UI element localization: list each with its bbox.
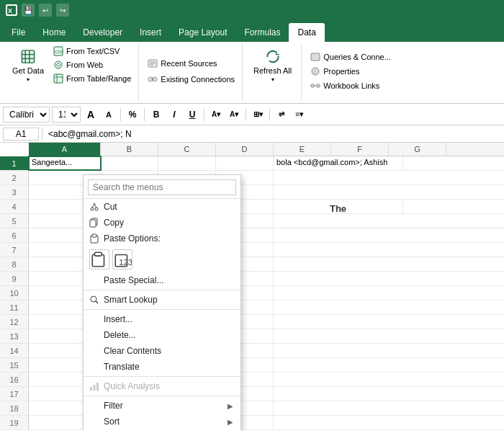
cell-b1[interactable] — [101, 156, 158, 170]
row-num-11: 11 — [0, 300, 29, 314]
redo-btn[interactable]: ↪ — [56, 4, 69, 17]
col-header-d[interactable]: D — [216, 143, 274, 156]
svg-line-39 — [96, 301, 98, 303]
increase-font-btn[interactable]: A — [83, 107, 99, 122]
font-color-btn[interactable]: A▾ — [226, 107, 242, 122]
tab-data[interactable]: Data — [289, 23, 324, 42]
workbook-links-btn[interactable]: Workbook Links — [307, 79, 382, 92]
undo-btn[interactable]: ↩ — [39, 4, 52, 17]
svg-point-38 — [91, 296, 96, 302]
tab-file[interactable]: File — [3, 23, 34, 42]
row-num-3: 3 — [0, 185, 29, 199]
recent-sources-btn[interactable]: Recent Sources — [145, 57, 220, 70]
font-family-select[interactable]: Calibri — [3, 107, 50, 122]
ctx-translate[interactable]: Translate — [84, 359, 240, 375]
get-data-content: Get Data ▾ CSV From Text/CSV From Web Fr… — [7, 45, 134, 97]
bold-btn[interactable]: B — [148, 107, 164, 122]
refresh-arrow: ▾ — [271, 76, 274, 83]
queries-label: Queries & Conne... — [323, 53, 391, 61]
ctx-paste-special[interactable]: Paste Special... — [84, 272, 240, 288]
col-header-f[interactable]: F — [331, 143, 389, 156]
svg-rect-30 — [90, 220, 96, 227]
col-header-a[interactable]: A — [29, 143, 101, 156]
cell-c1[interactable] — [158, 156, 216, 170]
tab-formulas[interactable]: Formulas — [235, 23, 289, 42]
svg-rect-42 — [96, 383, 99, 391]
cell-reference[interactable] — [3, 128, 39, 141]
ctx-smart-lookup[interactable]: Smart Lookup — [84, 292, 240, 308]
borders-btn[interactable]: ⊞▾ — [250, 107, 266, 122]
connections-group-label — [145, 99, 238, 100]
queries-connections-btn[interactable]: Queries & Conne... — [307, 50, 394, 63]
row-num-16: 16 — [0, 373, 29, 386]
cell-e1[interactable]: bola <bcd@gmail.com>; Ashish — [274, 156, 403, 170]
get-data-button[interactable]: Get Data ▾ — [7, 45, 49, 86]
ctx-paste-options-label: Paste Options: — [84, 231, 240, 246]
col-header-e[interactable]: E — [274, 143, 331, 156]
merge-btn[interactable]: ⇌ — [274, 107, 289, 122]
italic-btn[interactable]: I — [166, 107, 182, 122]
get-data-group-label — [7, 99, 134, 100]
refresh-all-btn[interactable]: Refresh All ▾ — [248, 45, 297, 86]
table-row: 18 — [0, 401, 504, 416]
ctx-filter[interactable]: Filter ▶ — [84, 398, 240, 414]
table-row: 9 — [0, 272, 504, 286]
cut-label: Cut — [104, 202, 233, 212]
ribbon-group-refresh: Refresh All ▾ — [244, 43, 302, 102]
font-size-select[interactable]: 11 — [52, 107, 81, 122]
paste-icon-btn2[interactable]: 123 — [112, 249, 132, 270]
col-header-g[interactable]: G — [389, 143, 446, 156]
filter-arrow: ▶ — [228, 402, 233, 410]
translate-label: Translate — [104, 362, 233, 372]
tab-insert[interactable]: Insert — [131, 23, 170, 42]
table-row: 6 — [0, 228, 504, 243]
table-row: 19 — [0, 416, 504, 430]
row-num-10: 10 — [0, 286, 29, 300]
tab-page-layout[interactable]: Page Layout — [170, 23, 235, 42]
cell-d1[interactable] — [216, 156, 274, 170]
row-num-8: 8 — [0, 257, 29, 271]
copy-label: Copy — [104, 218, 233, 228]
properties-btn[interactable]: i Properties — [307, 65, 362, 78]
smart-lookup-label: Smart Lookup — [104, 295, 233, 305]
ctx-sep-3 — [84, 376, 240, 377]
paste-icon-btn1[interactable] — [89, 249, 109, 270]
ctx-copy[interactable]: Copy — [84, 215, 240, 231]
ribbon: Get Data ▾ CSV From Text/CSV From Web Fr… — [0, 42, 504, 104]
align-btn[interactable]: ≡▾ — [292, 107, 307, 122]
tab-home[interactable]: Home — [34, 23, 74, 42]
sep4 — [246, 108, 246, 121]
search-menus-input[interactable] — [88, 179, 236, 195]
ctx-sort[interactable]: Sort ▶ — [84, 414, 240, 429]
from-table-range-btn[interactable]: From Table/Range — [50, 72, 134, 85]
column-headers: A B C D E F G — [29, 143, 504, 156]
save-btn[interactable]: 💾 — [22, 4, 35, 17]
svg-rect-10 — [54, 74, 63, 83]
ctx-insert[interactable]: Insert... — [84, 311, 240, 327]
svg-rect-40 — [90, 387, 92, 391]
row-num-17: 17 — [0, 387, 29, 401]
cell-a1[interactable]: Sangeeta... — [29, 156, 101, 170]
svg-rect-37 — [89, 275, 99, 285]
tab-developer[interactable]: Developer — [74, 23, 131, 42]
percent-btn[interactable]: % — [125, 107, 140, 122]
highlight-btn[interactable]: A▾ — [208, 107, 224, 122]
properties-label: Properties — [323, 67, 359, 76]
decrease-font-btn[interactable]: A — [101, 107, 117, 122]
ribbon-group-get-data: Get Data ▾ CSV From Text/CSV From Web Fr… — [3, 43, 139, 102]
paste-options-label: Paste Options: — [104, 233, 233, 244]
sort-arrow: ▶ — [228, 418, 233, 426]
from-web-btn[interactable]: From Web — [50, 58, 134, 71]
ctx-clear-contents[interactable]: Clear Contents — [84, 343, 240, 359]
existing-connections-btn[interactable]: Existing Connections — [145, 73, 238, 86]
col-header-c[interactable]: C — [158, 143, 216, 156]
row-num-1: 1 — [0, 156, 29, 170]
get-data-arrow: ▾ — [27, 76, 30, 83]
table-row: 7 — [0, 243, 504, 257]
row-num-5: 5 — [0, 214, 29, 228]
ctx-delete[interactable]: Delete... — [84, 327, 240, 343]
from-text-csv-btn[interactable]: CSV From Text/CSV — [50, 45, 134, 58]
ctx-cut[interactable]: Cut — [84, 199, 240, 215]
col-header-b[interactable]: B — [101, 143, 158, 156]
underline-btn[interactable]: U — [184, 107, 200, 122]
